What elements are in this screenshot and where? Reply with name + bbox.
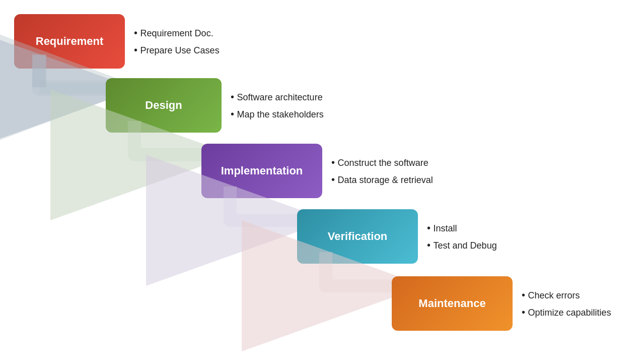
bullet-verification-1: Install xyxy=(427,219,497,236)
phase-label-design: Design xyxy=(145,99,182,112)
bullet-maintenance-1: Check errors xyxy=(522,286,611,304)
bullet-design-1: Software architecture xyxy=(231,88,324,105)
bullet-requirement-2: Prepare Use Cases xyxy=(134,41,220,58)
phase-label-implementation: Implementation xyxy=(221,164,303,177)
phase-label-maintenance: Maintenance xyxy=(418,297,485,310)
phase-label-requirement: Requirement xyxy=(36,35,103,48)
bullets-requirement: Requirement Doc. Prepare Use Cases xyxy=(134,24,220,58)
connector-arrow-2 xyxy=(107,118,212,164)
row-maintenance: Maintenance Check errors Optimize capabi… xyxy=(392,276,611,331)
bullet-implementation-1: Construct the software xyxy=(331,154,433,171)
phase-box-maintenance: Maintenance xyxy=(392,276,513,331)
connector-arrow-4 xyxy=(298,250,404,295)
connector-arrow-1 xyxy=(11,53,117,98)
bullet-design-2: Map the stakeholders xyxy=(231,105,324,123)
bullet-requirement-1: Requirement Doc. xyxy=(134,24,220,41)
bullet-verification-2: Test and Debug xyxy=(427,236,497,254)
phase-label-verification: Verification xyxy=(328,230,388,243)
bullet-maintenance-2: Optimize capabilities xyxy=(522,304,611,321)
connector-arrow-3 xyxy=(202,184,308,229)
bullet-implementation-2: Data storage & retrieval xyxy=(331,171,433,188)
bullets-verification: Install Test and Debug xyxy=(427,219,497,254)
bullets-design: Software architecture Map the stakeholde… xyxy=(231,88,324,123)
bullets-implementation: Construct the software Data storage & re… xyxy=(331,154,433,188)
bullets-maintenance: Check errors Optimize capabilities xyxy=(522,286,611,321)
diagram-container: Requirement Requirement Doc. Prepare Use… xyxy=(0,0,644,363)
